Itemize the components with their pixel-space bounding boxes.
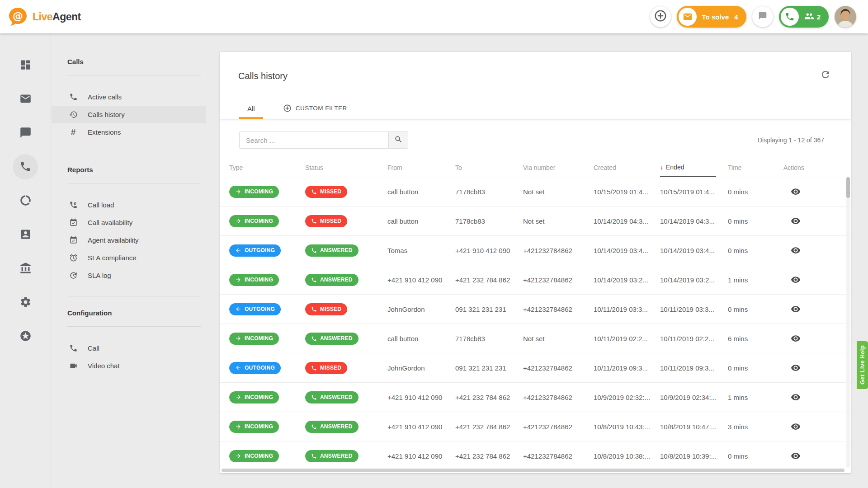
table-row[interactable]: OUTGOINGANSWEREDTomas+421 910 412 090+42… [220, 235, 851, 265]
sidebar-item-active-calls[interactable]: Active calls [52, 88, 206, 106]
nav-section-calls: CallsActive callsCalls history#Extension… [52, 45, 206, 153]
cell-from: call button [387, 335, 455, 343]
eye-icon [791, 333, 801, 343]
table-row[interactable]: OUTGOINGMISSEDJohnGordon091 321 231 231+… [220, 353, 851, 382]
column-header-ended[interactable]: ↓Ended [660, 158, 716, 177]
rail-item-chats[interactable] [0, 116, 51, 150]
cell-ended: 10/8/2019 10:39:... [660, 452, 728, 460]
tab-custom-filter-label: CUSTOM FILTER [296, 105, 347, 112]
view-call-button[interactable] [783, 187, 842, 197]
view-call-button[interactable] [783, 392, 842, 402]
phone-icon [781, 8, 799, 26]
cell-ended: 10/9/2019 02:34:... [660, 394, 728, 401]
calls-online-button[interactable]: 2 [779, 6, 829, 28]
search-icon [394, 135, 403, 144]
rail-item-getting-started[interactable] [0, 319, 51, 353]
sidebar-item-calls-history[interactable]: Calls history [52, 106, 206, 123]
cell-ended: 10/8/2019 10:47:... [660, 423, 728, 431]
phone-icon [311, 336, 317, 342]
sidebar-item-extensions[interactable]: #Extensions [52, 123, 206, 141]
tab-custom-filter[interactable]: CUSTOM FILTER [275, 98, 355, 119]
column-header-time[interactable]: Time [728, 164, 783, 171]
column-header-type[interactable]: Type [229, 164, 305, 171]
sidebar-item-call-load[interactable]: Call load [52, 196, 206, 214]
cell-time: 3 mins [728, 423, 783, 431]
column-header-created[interactable]: Created [594, 164, 660, 171]
view-call-button[interactable] [783, 245, 842, 255]
view-call-button[interactable] [783, 451, 842, 461]
sidebar-item-sla-log[interactable]: SLA log [52, 267, 206, 284]
history-icon [69, 110, 78, 119]
cell-type: INCOMING [229, 333, 305, 345]
column-header-from[interactable]: From [387, 164, 455, 171]
vertical-scrollbar[interactable] [846, 177, 850, 468]
nav-section-title: Reports [52, 153, 206, 183]
column-header-via-number[interactable]: Via number [523, 164, 594, 171]
sidebar-item-sla-compliance[interactable]: SLA compliance [52, 249, 206, 267]
cell-created: 10/15/2019 01:4... [594, 188, 660, 196]
table-row[interactable]: INCOMINGANSWEREDcall button7178cb83Not s… [220, 324, 851, 353]
column-header-status[interactable]: Status [305, 164, 387, 171]
tab-all[interactable]: All [239, 99, 263, 119]
table-row[interactable]: OUTGOINGMISSEDJohnGordon091 321 231 231+… [220, 294, 851, 324]
cell-type: INCOMING [229, 391, 305, 404]
liveagent-logo[interactable]: @ LiveAgent [8, 7, 81, 27]
table-row[interactable]: INCOMINGMISSEDcall button7178cb83Not set… [220, 177, 851, 206]
nav-section-reports: ReportsCall loadCall availabilityAgent a… [52, 153, 206, 296]
phone-icon [311, 394, 317, 400]
view-call-button[interactable] [783, 304, 842, 314]
user-avatar[interactable] [835, 6, 856, 28]
table-body: INCOMINGMISSEDcall button7178cb83Not set… [220, 177, 851, 470]
cell-time: 0 mins [728, 452, 783, 460]
rail-item-settings[interactable] [0, 285, 51, 319]
get-live-help-tab[interactable]: Get Live Help [857, 341, 868, 389]
view-call-button[interactable] [783, 333, 842, 343]
view-call-button[interactable] [783, 275, 842, 285]
call-type-badge: INCOMING [229, 333, 279, 345]
refresh-button[interactable] [820, 69, 831, 82]
cell-to: 7178cb83 [455, 188, 523, 196]
cell-ended: 10/14/2019 03:2... [660, 276, 728, 284]
horizontal-scrollbar[interactable] [222, 469, 844, 472]
search-input[interactable] [239, 131, 388, 149]
search-button[interactable] [388, 131, 408, 149]
search-icon [394, 135, 403, 145]
badge-label: INCOMING [245, 277, 273, 283]
videocam-icon [69, 361, 78, 370]
arrow-right-icon [235, 188, 241, 195]
table-row[interactable]: INCOMINGANSWERED+421 910 412 090+421 232… [220, 412, 851, 441]
rail-item-dashboard[interactable] [0, 48, 51, 82]
to-solve-button[interactable]: To solve 4 [677, 6, 746, 28]
phone-icon [13, 154, 38, 179]
badge-label: ANSWERED [320, 247, 353, 253]
cell-status: MISSED [305, 215, 387, 227]
cell-to: 7178cb83 [455, 217, 523, 225]
sidebar-item-label: Call availability [88, 219, 132, 226]
table-row[interactable]: INCOMINGMISSEDcall button7178cb83Not set… [220, 206, 851, 235]
sidebar-item-call[interactable]: Call [52, 339, 206, 357]
rail-item-calls[interactable] [0, 150, 51, 183]
rail-item-contacts[interactable] [0, 217, 51, 251]
view-call-button[interactable] [783, 363, 842, 373]
rail-item-tickets[interactable] [0, 82, 51, 116]
cell-ended: 10/14/2019 03:4... [660, 247, 728, 254]
table-row[interactable]: INCOMINGANSWERED+421 910 412 090+421 232… [220, 265, 851, 294]
chats-button[interactable] [752, 6, 773, 27]
table-row[interactable]: INCOMINGANSWERED+421 910 412 090+421 232… [220, 382, 851, 412]
cell-time: 0 mins [728, 364, 783, 372]
cell-to: +421 232 784 862 [455, 423, 523, 431]
sidebar-item-agent-availability[interactable]: Agent availability [52, 231, 206, 249]
view-call-button[interactable] [783, 422, 842, 432]
sidebar-item-video-chat[interactable]: Video chat [52, 357, 206, 375]
phone-icon [311, 453, 317, 459]
column-header-actions[interactable]: Actions [783, 164, 842, 171]
view-call-button[interactable] [783, 216, 842, 226]
sidebar-item-call-availability[interactable]: Call availability [52, 214, 206, 231]
add-button[interactable] [650, 6, 671, 27]
email-icon [19, 93, 32, 105]
table-row[interactable]: INCOMINGANSWERED+421 910 412 090+421 232… [220, 441, 851, 470]
column-header-to[interactable]: To [455, 164, 523, 171]
vertical-scrollbar-thumb[interactable] [846, 177, 850, 198]
rail-item-company[interactable] [0, 251, 51, 285]
rail-item-reports[interactable] [0, 183, 51, 217]
